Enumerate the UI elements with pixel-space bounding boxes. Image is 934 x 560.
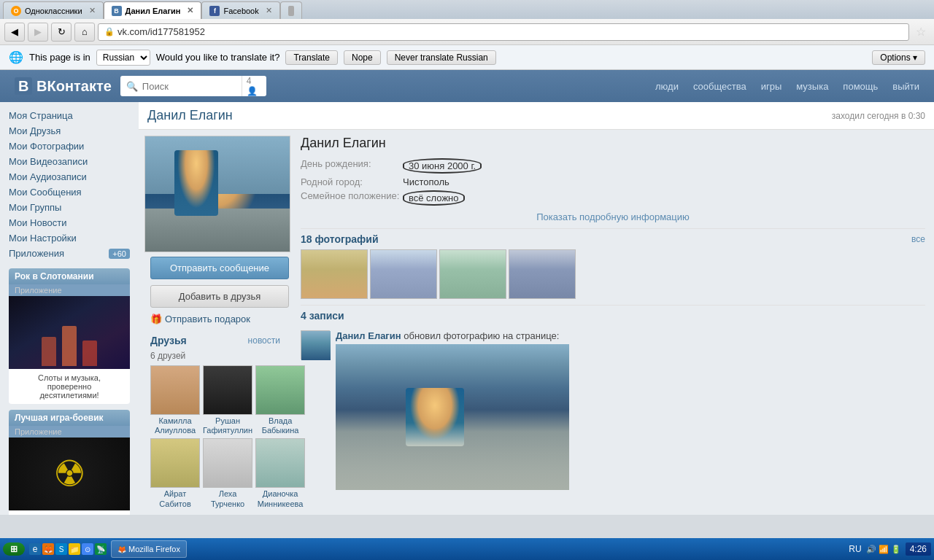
profile-left-col: Отправить сообщение Добавить в друзья 🎁 … (139, 130, 292, 515)
sidebar-item-groups[interactable]: Мои Группы (9, 200, 130, 215)
language-select[interactable]: Russian (96, 50, 150, 66)
friends-news-link[interactable]: новости (248, 335, 280, 346)
widget-rock-desc: Слоты и музыка, проверенно десятилетиями… (9, 369, 130, 404)
tabs-bar: О Одноклассники ✕ В Данил Елагин ✕ f Fac… (0, 0, 934, 19)
post-image[interactable] (336, 344, 569, 490)
sidebar-item-news[interactable]: Мои Новости (9, 215, 130, 230)
sidebar-item-audio[interactable]: Мои Аудиозаписи (9, 169, 130, 184)
taskbar-right: RU 🔊 📶 🔋 4:26 (849, 542, 931, 556)
nav-music[interactable]: музыка (796, 81, 828, 92)
nav-games[interactable]: игры (761, 81, 782, 92)
status-label: Семейное положение: (301, 190, 403, 206)
friends-title[interactable]: Друзья (150, 335, 187, 346)
widget-game-image: ☢ (9, 438, 130, 510)
forward-button[interactable]: ▶ (28, 23, 48, 42)
tab-label: Facebook (223, 7, 258, 15)
nav-logout[interactable]: выйти (892, 81, 919, 92)
tab-partial[interactable] (280, 1, 302, 19)
skype-icon[interactable]: S (55, 543, 67, 555)
taskbar-firefox-item[interactable]: 🦊 Mozilla Firefox (111, 540, 187, 558)
taskbar-quick-launch: e 🦊 S 📁 ⊙ 📡 (29, 543, 107, 555)
photos-title[interactable]: 18 фотографий (301, 233, 379, 245)
photo-thumb-1[interactable] (301, 249, 368, 299)
post-author-name[interactable]: Данил Елагин (336, 330, 401, 341)
nav-people[interactable]: люди (655, 81, 679, 92)
sidebar-item-my-page[interactable]: Моя Страница (9, 108, 130, 123)
search-icon: 🔍 (126, 81, 138, 92)
translation-bar: 🌐 This page is in Russian Would you like… (0, 45, 934, 70)
apps-badge: +60 (109, 249, 130, 259)
birthday-circled: 30 июня 2000 г. (403, 158, 482, 174)
sidebar-item-friends[interactable]: Мои Друзья (9, 123, 130, 139)
sidebar-item-messages[interactable]: Мои Сообщения (9, 184, 130, 200)
widget-rock-title: Рок в Слотомании (9, 268, 130, 284)
vk-logo: В ВКонтакте (15, 78, 112, 95)
sidebar-item-photos[interactable]: Мои Фотографии (9, 139, 130, 154)
search-input[interactable] (142, 81, 237, 92)
profile-last-seen: заходил сегодня в 0:30 (832, 111, 925, 121)
tab-label: Одноклассники (25, 7, 82, 15)
nav-communities[interactable]: сообщества (693, 81, 746, 92)
sidebar-item-settings[interactable]: Мои Настройки (9, 230, 130, 246)
friend-photo-2[interactable] (203, 365, 252, 415)
post-action-text: обновил фотографию на странице: (404, 330, 559, 341)
explorer-icon[interactable]: 📁 (69, 543, 80, 555)
nav-help[interactable]: помощь (843, 81, 878, 92)
profile-photo[interactable] (144, 136, 290, 252)
vk-content: Моя Страница Мои Друзья Мои Фотографии М… (0, 102, 934, 515)
vk-search-box: 🔍 4 👤 (120, 76, 266, 96)
battery-icon: 🔋 (891, 545, 901, 554)
add-friend-button[interactable]: Добавить в друзья (150, 285, 289, 308)
friend-photo-4[interactable] (150, 438, 200, 488)
firefox-icon[interactable]: 🦊 (42, 543, 54, 555)
vk-page: В ВКонтакте 🔍 4 👤 люди сообщества игры м… (0, 70, 934, 515)
volume-icon[interactable]: 🔊 (866, 545, 876, 554)
send-message-button[interactable]: Отправить сообщение (150, 257, 289, 279)
tab-vk[interactable]: В Данил Елагин ✕ (104, 1, 202, 19)
bookmark-star[interactable]: ☆ (912, 23, 930, 41)
photos-all-link[interactable]: все (911, 234, 925, 244)
vk-favicon: В (112, 6, 122, 16)
vk-sidebar: Моя Страница Мои Друзья Мои Фотографии М… (0, 102, 139, 515)
profile-body: Отправить сообщение Добавить в друзья 🎁 … (139, 130, 934, 515)
nope-button[interactable]: Nope (344, 50, 381, 65)
options-button[interactable]: Options ▾ (872, 50, 925, 65)
city-label: Родной город: (301, 176, 403, 187)
translate-button[interactable]: Translate (285, 50, 338, 65)
sidebar-item-video[interactable]: Мои Видеозаписи (9, 154, 130, 169)
ok-favicon: О (11, 6, 21, 16)
tab-close-icon[interactable]: ✕ (187, 6, 193, 15)
taskbar-lang: RU (849, 544, 861, 554)
post-avatar[interactable] (301, 330, 330, 359)
back-button[interactable]: ◀ (4, 23, 25, 42)
tab-facebook[interactable]: f Facebook ✕ (201, 1, 279, 19)
reload-button[interactable]: ↻ (51, 23, 72, 42)
widget-rock-image (9, 296, 130, 369)
tab-odnoklassniki[interactable]: О Одноклассники ✕ (3, 1, 104, 19)
start-button[interactable]: ⊞ (3, 542, 25, 556)
never-translate-button[interactable]: Never translate Russian (387, 50, 496, 65)
show-more-info-link[interactable]: Показать подробную информацию (301, 211, 925, 222)
sidebar-apps-row: Приложения +60 (9, 246, 130, 261)
vk-nav: люди сообщества игры музыка помощь выйти (655, 81, 919, 92)
tab-close-icon[interactable]: ✕ (266, 6, 272, 15)
translation-question: Would you like to translate it? (156, 52, 280, 63)
photo-thumb-4[interactable] (509, 249, 576, 299)
network-icon[interactable]: 📡 (95, 543, 107, 555)
ie-icon[interactable]: e (29, 543, 41, 555)
friend-photo-1[interactable] (150, 365, 200, 415)
network-status-icon[interactable]: 📶 (879, 545, 889, 554)
friends-more-link[interactable]: 3 друга по школе (150, 513, 280, 515)
fb-favicon: f (209, 6, 220, 16)
profile-header-name[interactable]: Данил Елагин (147, 108, 233, 123)
photo-thumb-3[interactable] (439, 249, 506, 299)
address-bar[interactable]: 🔒 vk.com/id177581952 (98, 23, 909, 41)
photo-thumb-2[interactable] (370, 249, 437, 299)
send-gift-link[interactable]: 🎁 Отправить подарок (150, 314, 280, 324)
friend-photo-5[interactable] (203, 438, 252, 488)
apps-label[interactable]: Приложения (9, 248, 64, 259)
home-button[interactable]: ⌂ (74, 23, 95, 42)
gift-icon: 🎁 (150, 314, 162, 324)
tab-close-icon[interactable]: ✕ (89, 6, 96, 15)
chrome-icon[interactable]: ⊙ (82, 543, 93, 555)
